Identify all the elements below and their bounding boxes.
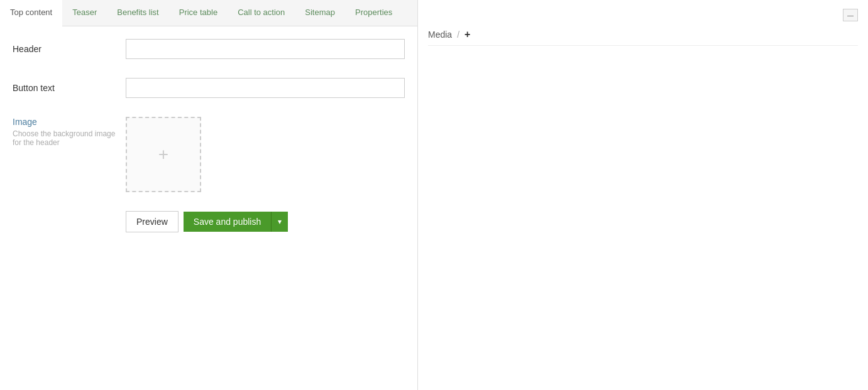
form-content: Header Button text Image Choose the back…	[0, 26, 417, 390]
preview-button[interactable]: Preview	[126, 211, 179, 232]
save-publish-dropdown-button[interactable]: ▾	[272, 212, 288, 232]
header-input[interactable]	[126, 39, 405, 59]
tab-price-table[interactable]: Price table	[169, 0, 228, 26]
image-label-title: Image	[13, 117, 126, 127]
expand-button[interactable]: —	[843, 9, 858, 21]
media-add-button[interactable]: +	[464, 29, 470, 40]
image-upload-box[interactable]: +	[126, 117, 201, 192]
button-text-input[interactable]	[126, 78, 405, 98]
image-upload-wrapper: +	[126, 117, 405, 192]
right-top-bar: —	[428, 6, 858, 24]
media-label: Media	[428, 30, 452, 40]
tabs-bar: Top content Teaser Benefits list Price t…	[0, 0, 417, 26]
header-input-wrapper	[126, 39, 405, 59]
save-publish-button[interactable]: Save and publish	[184, 212, 272, 232]
button-text-label: Button text	[13, 78, 126, 93]
tab-top-content[interactable]: Top content	[0, 0, 62, 26]
tab-sitemap[interactable]: Sitemap	[295, 0, 345, 26]
button-text-row: Button text	[13, 78, 405, 98]
left-panel: Top content Teaser Benefits list Price t…	[0, 0, 418, 390]
tab-call-to-action[interactable]: Call to action	[228, 0, 295, 26]
save-publish-group: Save and publish ▾	[184, 212, 288, 232]
image-row: Image Choose the background image for th…	[13, 117, 405, 192]
tab-benefits-list[interactable]: Benefits list	[107, 0, 168, 26]
header-label: Header	[13, 39, 126, 54]
media-slash: /	[457, 30, 459, 40]
tab-teaser[interactable]: Teaser	[62, 0, 107, 26]
image-label-desc: Choose the background image for the head…	[13, 129, 126, 147]
header-row: Header	[13, 39, 405, 59]
tab-properties[interactable]: Properties	[345, 0, 402, 26]
media-header: Media / +	[428, 24, 858, 46]
form-actions: Preview Save and publish ▾	[13, 211, 405, 232]
image-label-wrapper: Image Choose the background image for th…	[13, 117, 126, 147]
button-text-input-wrapper	[126, 78, 405, 98]
image-plus-icon: +	[158, 144, 168, 165]
right-panel: — Media / +	[418, 0, 868, 390]
